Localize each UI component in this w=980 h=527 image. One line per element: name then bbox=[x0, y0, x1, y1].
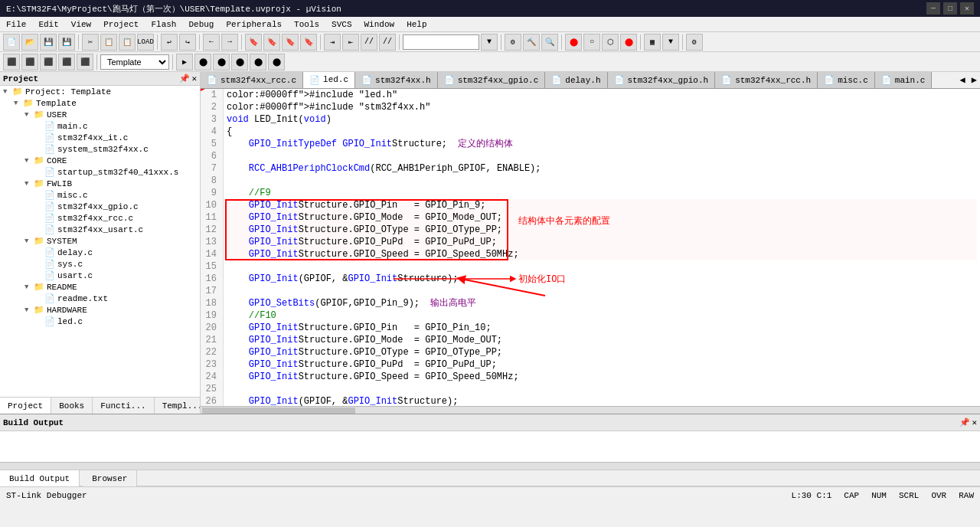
menu-item-view[interactable]: View bbox=[65, 18, 97, 31]
bp-button[interactable]: 🔖 bbox=[245, 34, 262, 51]
debug-stop-button[interactable]: ⬤ bbox=[565, 34, 582, 51]
h-scroll-thumb[interactable] bbox=[202, 408, 355, 414]
new-button[interactable]: 📄 bbox=[3, 34, 20, 51]
tb2-b5[interactable]: ⬛ bbox=[77, 54, 93, 70]
tree-item-USER[interactable]: ▼📁USER bbox=[0, 109, 200, 120]
tb2-b11[interactable]: ⬤ bbox=[268, 54, 285, 70]
debug-hex-button[interactable]: ⬡ bbox=[602, 34, 619, 51]
menu-item-svcs[interactable]: SVCS bbox=[325, 18, 358, 31]
load-button[interactable]: LOAD bbox=[137, 34, 154, 51]
undo-button[interactable]: ↩ bbox=[161, 34, 178, 51]
tree-item-system-stm32f4xx-c[interactable]: 📄system_stm32f4xx.c bbox=[0, 143, 200, 155]
tree-item-stm32f4xx-rcc-c[interactable]: 📄stm32f4xx_rcc.c bbox=[0, 212, 200, 224]
tflag-dropdown[interactable]: ▼ bbox=[481, 34, 498, 51]
tflag-input[interactable]: tflag500ms bbox=[403, 34, 479, 50]
tab-stm32f4xx_rcc-c[interactable]: 📄stm32f4xx_rcc.c bbox=[201, 72, 303, 89]
tree-item-usart-c[interactable]: 📄usart.c bbox=[0, 270, 200, 281]
project-dropdown[interactable]: Template bbox=[100, 54, 169, 70]
menu-item-project[interactable]: Project bbox=[97, 18, 145, 31]
build-hscroll[interactable] bbox=[0, 462, 980, 470]
bp4-button[interactable]: 🔖 bbox=[300, 34, 317, 51]
menu-item-debug[interactable]: Debug bbox=[182, 18, 220, 31]
indent-button[interactable]: ⇥ bbox=[324, 34, 341, 51]
tb2-b3[interactable]: ⬛ bbox=[40, 54, 57, 70]
compile-button[interactable]: ⚙ bbox=[505, 34, 521, 51]
tb2-b6[interactable]: ▶ bbox=[176, 54, 193, 70]
tree-item-delay-c[interactable]: 📄delay.c bbox=[0, 247, 200, 258]
tree-item-misc-c[interactable]: 📄misc.c bbox=[0, 189, 200, 201]
tb2-b9[interactable]: ⬤ bbox=[231, 54, 248, 70]
bottom-tab-Build-Output[interactable]: Build Output bbox=[0, 470, 80, 486]
bp2-button[interactable]: 🔖 bbox=[263, 34, 280, 51]
uncomment-button[interactable]: // bbox=[379, 34, 396, 51]
menu-item-edit[interactable]: Edit bbox=[32, 18, 64, 31]
panel-tab-Templ---[interactable]: Templ... bbox=[155, 398, 201, 414]
menu-item-help[interactable]: Help bbox=[400, 18, 433, 31]
search-button[interactable]: 🔍 bbox=[541, 34, 558, 51]
tree-item-main-c[interactable]: 📄main.c bbox=[0, 120, 200, 132]
build-close-button[interactable]: ✕ bbox=[972, 417, 977, 427]
panel-tab-Books[interactable]: Books bbox=[51, 398, 93, 414]
tab-stm32f4xx_rcc-h[interactable]: 📄stm32f4xx_rcc.h bbox=[715, 72, 818, 89]
close-button[interactable]: ✕ bbox=[960, 2, 974, 15]
tree-item-stm32f4xx-it-c[interactable]: 📄stm32f4xx_it.c bbox=[0, 132, 200, 143]
menu-item-window[interactable]: Window bbox=[358, 18, 401, 31]
debug-circle-button[interactable]: ○ bbox=[583, 34, 600, 51]
tab-scroll-right[interactable]: ▶ bbox=[969, 74, 980, 86]
bp3-button[interactable]: 🔖 bbox=[282, 34, 299, 51]
tab-stm32f4xx_gpio-h[interactable]: 📄stm32f4xx_gpio.h bbox=[608, 72, 716, 89]
minimize-button[interactable]: ─ bbox=[926, 2, 940, 15]
tab-main-c[interactable]: 📄main.c bbox=[875, 72, 933, 89]
tb2-b4[interactable]: ⬛ bbox=[58, 54, 75, 70]
nav-fwd-button[interactable]: → bbox=[221, 34, 238, 51]
open-button[interactable]: 📂 bbox=[21, 34, 38, 51]
horizontal-scrollbar[interactable] bbox=[201, 406, 980, 414]
save-button[interactable]: 💾 bbox=[40, 34, 57, 51]
maximize-button[interactable]: □ bbox=[943, 2, 957, 15]
comment-button[interactable]: // bbox=[361, 34, 377, 51]
tree-item-FWLIB[interactable]: ▼📁FWLIB bbox=[0, 178, 200, 189]
tree-item-sys-c[interactable]: 📄sys.c bbox=[0, 258, 200, 270]
cut-button[interactable]: ✂ bbox=[82, 34, 99, 51]
menu-item-tools[interactable]: Tools bbox=[288, 18, 325, 31]
tab-misc-c[interactable]: 📄misc.c bbox=[818, 72, 875, 89]
tb2-b7[interactable]: ⬤ bbox=[194, 54, 211, 70]
unindent-button[interactable]: ⇤ bbox=[342, 34, 359, 51]
tree-item-Project--Template[interactable]: ▼📁Project: Template bbox=[0, 86, 200, 97]
tree-item-README[interactable]: ▼📁README bbox=[0, 281, 200, 293]
view-btn[interactable]: ▦ bbox=[644, 34, 661, 51]
tree-item-led-c[interactable]: 📄led.c bbox=[0, 316, 200, 327]
menu-item-file[interactable]: File bbox=[0, 18, 32, 31]
panel-pin-button[interactable]: 📌 bbox=[179, 74, 190, 83]
tb2-b2[interactable]: ⬛ bbox=[21, 54, 38, 70]
tree-item-CORE[interactable]: ▼📁CORE bbox=[0, 155, 200, 166]
paste-button[interactable]: 📋 bbox=[119, 34, 136, 51]
tree-item-stm32f4xx-gpio-c[interactable]: 📄stm32f4xx_gpio.c bbox=[0, 201, 200, 212]
settings-button[interactable]: ⚙ bbox=[686, 34, 703, 51]
tb2-b10[interactable]: ⬤ bbox=[250, 54, 266, 70]
tree-item-HARDWARE[interactable]: ▼📁HARDWARE bbox=[0, 304, 200, 316]
tb2-b8[interactable]: ⬤ bbox=[213, 54, 230, 70]
tb2-b1[interactable]: ⬛ bbox=[3, 54, 20, 70]
bottom-tab-Browser[interactable]: Browser bbox=[83, 470, 137, 486]
nav-back-button[interactable]: ← bbox=[203, 34, 220, 51]
menu-item-peripherals[interactable]: Peripherals bbox=[220, 18, 288, 31]
build-button[interactable]: 🔨 bbox=[523, 34, 540, 51]
build-pin-button[interactable]: 📌 bbox=[959, 417, 970, 427]
panel-tab-Functi---[interactable]: Functi... bbox=[93, 398, 154, 414]
save-all-button[interactable]: 💾 bbox=[58, 34, 75, 51]
panel-close-button[interactable]: ✕ bbox=[191, 74, 197, 83]
panel-tab-Project[interactable]: Project bbox=[0, 398, 51, 414]
menu-item-flash[interactable]: Flash bbox=[145, 18, 182, 31]
copy-button[interactable]: 📋 bbox=[100, 34, 117, 51]
tab-stm32f4xx_gpio-c[interactable]: 📄stm32f4xx_gpio.c bbox=[438, 72, 546, 89]
editor-scroll[interactable]: 1234567891011121314151617181920212223242… bbox=[201, 89, 980, 406]
tree-item-stm32f4xx-usart-c[interactable]: 📄stm32f4xx_usart.c bbox=[0, 224, 200, 235]
tree-item-Template[interactable]: ▼📁Template bbox=[0, 97, 200, 109]
tab-stm32f4xx-h[interactable]: 📄stm32f4xx.h bbox=[355, 72, 438, 89]
tree-item-SYSTEM[interactable]: ▼📁SYSTEM bbox=[0, 235, 200, 247]
view-dropdown[interactable]: ▼ bbox=[662, 34, 679, 51]
tab-delay-h[interactable]: 📄delay.h bbox=[545, 72, 607, 89]
redo-button[interactable]: ↪ bbox=[179, 34, 196, 51]
tree-item-startup-stm32f40-41xxx-s[interactable]: 📄startup_stm32f40_41xxx.s bbox=[0, 166, 200, 178]
